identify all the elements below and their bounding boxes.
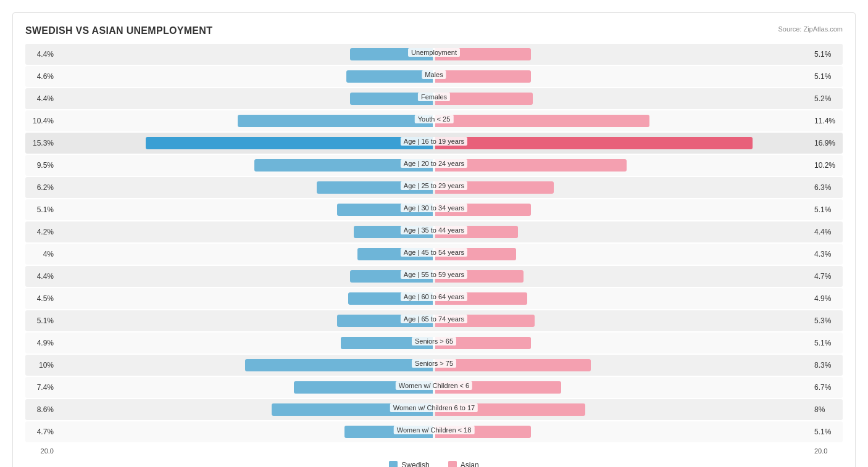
bar-blue [346, 70, 433, 83]
bar-pair [57, 93, 811, 105]
left-value: 10.4% [25, 117, 57, 125]
bar-pink [435, 359, 591, 371]
bar-row: 4.4%Females5.2% [25, 88, 843, 109]
bar-row: 7.4%Women w/ Children < 66.7% [25, 377, 843, 398]
bars-center: Age | 45 to 54 years [57, 248, 811, 260]
bars-center: Women w/ Children 6 to 17 [57, 403, 811, 416]
legend-box-asian [448, 461, 457, 467]
right-bar-container [434, 381, 811, 394]
bar-pink [435, 137, 753, 149]
right-value: 5.1% [811, 72, 843, 81]
left-bar-container [57, 48, 434, 60]
bar-blue [337, 315, 433, 327]
bars-center: Women w/ Children < 6 [57, 381, 811, 394]
bar-blue [254, 159, 433, 172]
bar-blue [357, 248, 433, 260]
bar-pink [435, 70, 531, 83]
bar-row: 15.3%Age | 16 to 19 years16.9% [25, 133, 843, 154]
right-bar-container [434, 292, 811, 305]
bar-pair [57, 426, 811, 438]
left-bar-container [57, 137, 434, 149]
bar-pink [435, 381, 561, 394]
bar-blue [344, 426, 433, 438]
left-value: 4% [25, 250, 57, 258]
legend-label-asian: Asian [461, 461, 479, 467]
left-bar-container [57, 248, 434, 260]
chart-area: 4.4%Unemployment5.1%4.6%Males5.1%4.4%Fem… [25, 44, 843, 442]
bar-pink [435, 204, 531, 216]
bar-row: 10%Seniors > 758.3% [25, 355, 843, 376]
bars-center: Women w/ Children < 18 [57, 426, 811, 438]
axis-row: 20.0 20.0 [25, 447, 843, 455]
bar-blue [350, 270, 433, 283]
bars-center: Age | 25 to 29 years [57, 181, 811, 194]
bar-pair [57, 159, 811, 172]
bar-blue [348, 292, 433, 305]
bars-center: Age | 30 to 34 years [57, 204, 811, 216]
right-bar-container [434, 226, 811, 238]
left-bar-container [57, 204, 434, 216]
bar-pink [435, 93, 533, 105]
left-bar-container [57, 337, 434, 349]
right-value: 5.1% [811, 50, 843, 59]
right-bar-container [434, 181, 811, 194]
left-value: 7.4% [25, 383, 57, 392]
left-bar-container [57, 426, 434, 438]
bar-pink [435, 48, 531, 60]
chart-source: Source: ZipAtlas.com [778, 25, 843, 33]
right-bar-container [434, 359, 811, 371]
bar-row: 4.9%Seniors > 655.1% [25, 333, 843, 353]
bar-pair [57, 70, 811, 83]
right-bar-container [434, 70, 811, 83]
bar-pair [57, 204, 811, 216]
bar-pink [435, 337, 531, 349]
right-bar-container [434, 248, 811, 260]
right-value: 4.3% [811, 250, 843, 258]
bar-pink [435, 115, 649, 127]
bars-center: Seniors > 65 [57, 337, 811, 349]
left-value: 5.1% [25, 205, 57, 214]
legend-label-swedish: Swedish [401, 461, 429, 467]
axis-left-label: 20.0 [25, 447, 57, 455]
chart-title: SWEDISH VS ASIAN UNEMPLOYMENT [25, 25, 212, 36]
right-value: 11.4% [811, 117, 843, 125]
chart-header: SWEDISH VS ASIAN UNEMPLOYMENT Source: Zi… [25, 25, 843, 36]
bar-row: 5.1%Age | 30 to 34 years5.1% [25, 199, 843, 220]
right-value: 16.9% [811, 139, 843, 147]
bar-pair [57, 315, 811, 327]
bar-row: 10.4%Youth < 2511.4% [25, 110, 843, 131]
bar-blue [317, 181, 433, 194]
bar-pair [57, 48, 811, 60]
chart-container: SWEDISH VS ASIAN UNEMPLOYMENT Source: Zi… [12, 12, 856, 467]
bar-pink [435, 181, 554, 194]
bar-row: 8.6%Women w/ Children 6 to 178% [25, 399, 843, 420]
bar-blue [341, 337, 433, 349]
bars-center: Males [57, 70, 811, 83]
bar-row: 4%Age | 45 to 54 years4.3% [25, 244, 843, 265]
axis-right-label: 20.0 [811, 447, 843, 455]
bars-center: Age | 16 to 19 years [57, 137, 811, 149]
right-bar-container [434, 137, 811, 149]
left-value: 10% [25, 361, 57, 370]
bar-row: 4.2%Age | 35 to 44 years4.4% [25, 221, 843, 242]
bar-pair [57, 115, 811, 127]
right-value: 5.2% [811, 94, 843, 103]
bars-center: Unemployment [57, 48, 811, 60]
left-value: 4.4% [25, 50, 57, 59]
bars-center: Age | 65 to 74 years [57, 315, 811, 327]
bar-row: 5.1%Age | 65 to 74 years5.3% [25, 310, 843, 331]
left-bar-container [57, 359, 434, 371]
left-bar-container [57, 70, 434, 83]
left-bar-container [57, 315, 434, 327]
right-value: 10.2% [811, 161, 843, 170]
bar-pair [57, 181, 811, 194]
bar-pink [435, 226, 518, 238]
right-bar-container [434, 337, 811, 349]
right-bar-container [434, 315, 811, 327]
left-value: 4.2% [25, 228, 57, 236]
bar-pair [57, 359, 811, 371]
right-value: 6.3% [811, 183, 843, 192]
left-bar-container [57, 181, 434, 194]
bars-center: Females [57, 93, 811, 105]
bars-center: Seniors > 75 [57, 359, 811, 371]
